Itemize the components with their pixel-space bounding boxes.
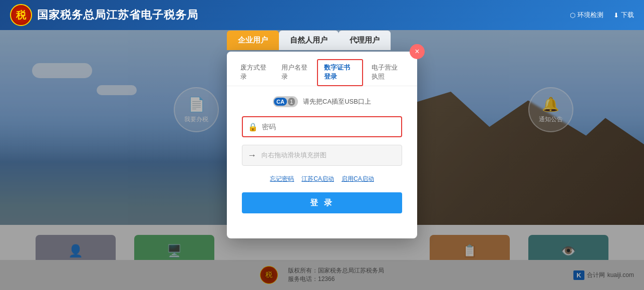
main-content: 📄 我要办税 🔔 通知公告 👤 我的信息 🖥️ 我要... 📋 办事中心 👁️ …	[0, 30, 644, 290]
header-actions: ⬡ 环境检测 ⬇ 下载	[570, 11, 634, 20]
header: 税 国家税务总局江苏省电子税务局 ⬡ 环境检测 ⬇ 下载	[0, 0, 644, 30]
modal-close-button[interactable]: ×	[410, 44, 425, 59]
ca-num: 1	[288, 98, 295, 106]
header-title: 国家税务总局江苏省电子税务局	[37, 8, 198, 23]
env-check-button[interactable]: ⬡ 环境检测	[570, 11, 603, 20]
ca-indicator: CA 1 请先把CA插至USB口上	[242, 96, 402, 107]
ca-toggle[interactable]: CA 1	[273, 96, 298, 107]
logo-text: 税	[16, 9, 26, 22]
tab-enterprise-user[interactable]: 企业用户	[227, 31, 279, 50]
slider-arrow-icon: →	[247, 150, 256, 161]
modal-body: CA 1 请先把CA插至USB口上 🔒 → 向右拖动滑块填充拼图	[227, 86, 417, 223]
forget-password-link[interactable]: 忘记密码	[270, 175, 294, 183]
download-button[interactable]: ⬇ 下载	[613, 11, 634, 20]
ca-hint-text: 请先把CA插至USB口上	[303, 97, 371, 106]
ca-label: CA	[274, 98, 287, 106]
logo-emblem: 税	[10, 4, 32, 26]
links-row: 忘记密码 江苏CA启动 启用CA启动	[242, 175, 402, 183]
lock-icon: 🔒	[248, 122, 258, 132]
enable-ca-link[interactable]: 启用CA启动	[342, 175, 374, 183]
login-button[interactable]: 登 录	[242, 192, 402, 213]
user-type-tabs: 企业用户 自然人用户 代理用户	[227, 31, 391, 50]
tab-method-username[interactable]: 用户名登录	[275, 59, 314, 86]
tab-natural-person[interactable]: 自然人用户	[279, 31, 339, 50]
slider-hint-text: 向右拖动滑块填充拼图	[261, 151, 327, 160]
tab-method-legacy[interactable]: 废方式登录	[234, 59, 273, 86]
login-method-tabs: 废方式登录 用户名登录 数字证书登录 电子营业执照	[227, 52, 417, 86]
login-modal: × 废方式登录 用户名登录 数字证书登录 电子营业执照 CA 1	[227, 52, 417, 238]
header-logo: 税 国家税务总局江苏省电子税务局	[10, 4, 198, 26]
slider-wrapper[interactable]: → 向右拖动滑块填充拼图	[242, 145, 402, 166]
password-field-wrapper[interactable]: 🔒	[242, 116, 402, 137]
tab-method-business-license[interactable]: 电子营业执照	[366, 59, 410, 86]
jiangsu-ca-link[interactable]: 江苏CA启动	[301, 175, 334, 183]
password-input[interactable]	[262, 123, 396, 131]
tab-agent-user[interactable]: 代理用户	[339, 31, 391, 50]
tab-method-digital-cert[interactable]: 数字证书登录	[317, 59, 363, 86]
modal-overlay: 企业用户 自然人用户 代理用户 × 废方式登录 用户名登录 数字证书登录 电子营…	[0, 30, 644, 290]
modal-container: 企业用户 自然人用户 代理用户 × 废方式登录 用户名登录 数字证书登录 电子营…	[227, 52, 417, 238]
